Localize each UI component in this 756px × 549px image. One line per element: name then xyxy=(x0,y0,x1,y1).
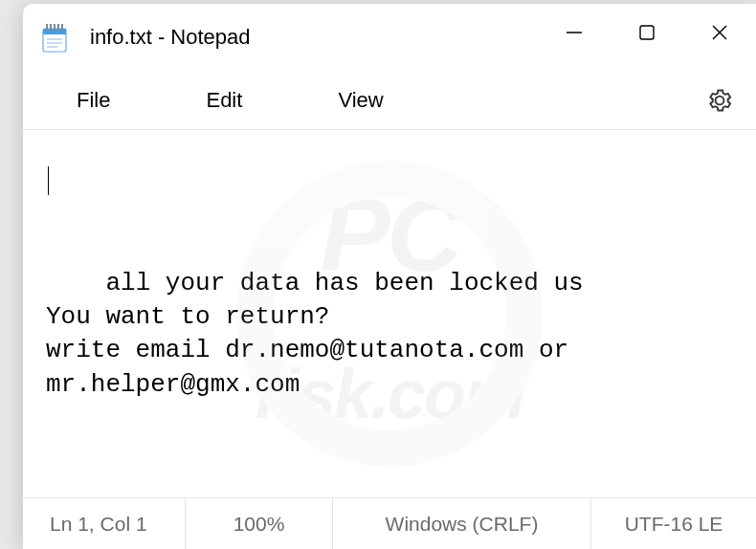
statusbar: Ln 1, Col 1 100% Windows (CRLF) UTF-16 L… xyxy=(23,497,756,549)
menu-edit[interactable]: Edit xyxy=(190,80,257,121)
menu-file[interactable]: File xyxy=(61,80,125,121)
close-button[interactable] xyxy=(683,4,756,61)
notepad-app-icon xyxy=(42,22,67,53)
status-encoding: UTF-16 LE xyxy=(591,498,756,549)
status-cursor-position: Ln 1, Col 1 xyxy=(23,498,186,549)
notepad-window: info.txt - Notepad File Edit View xyxy=(23,4,756,549)
menu-view[interactable]: View xyxy=(322,80,398,121)
gear-icon xyxy=(706,87,733,114)
maximize-button[interactable] xyxy=(611,4,683,61)
text-cursor xyxy=(48,166,49,195)
minimize-button[interactable] xyxy=(538,4,611,61)
text-editor[interactable]: PC risk.com all your data has been locke… xyxy=(23,130,756,497)
status-line-ending: Windows (CRLF) xyxy=(333,498,591,549)
svg-rect-11 xyxy=(640,26,654,39)
watermark-line1: PC xyxy=(256,187,523,281)
titlebar: info.txt - Notepad xyxy=(23,4,756,71)
window-controls xyxy=(538,4,756,71)
settings-button[interactable] xyxy=(699,79,741,121)
document-text: all your data has been locked us You wan… xyxy=(46,269,584,398)
menubar: File Edit View xyxy=(23,71,756,130)
status-zoom[interactable]: 100% xyxy=(186,498,333,549)
window-title: info.txt - Notepad xyxy=(90,25,538,50)
